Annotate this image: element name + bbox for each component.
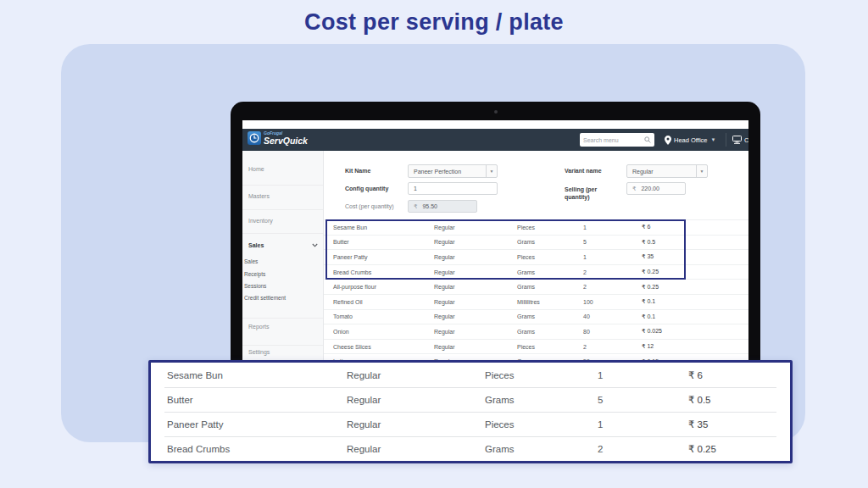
cell-qty: 80 — [583, 329, 642, 335]
monitor-icon — [732, 136, 742, 144]
cell-price: ₹ 0.5 — [688, 394, 790, 406]
cell-unit: Grams — [485, 395, 592, 405]
cell-variant: Regular — [434, 239, 517, 245]
browser-strip — [242, 120, 748, 129]
search-input[interactable]: Search menu — [580, 133, 654, 147]
sidebar-divider — [242, 318, 323, 319]
cell-unit: Pieces — [485, 370, 592, 380]
table-row[interactable]: Cheese SlicesRegularPieces2₹ 12 — [324, 340, 748, 355]
location-selector[interactable]: Head Office ▼ — [665, 133, 715, 147]
chevron-down-icon — [312, 243, 318, 247]
cell-name: Refined Oil — [324, 299, 434, 305]
search-icon — [644, 136, 651, 143]
kit-name-label: Kit Name — [345, 168, 370, 174]
cell-name: Butter — [151, 395, 347, 405]
cell-qty: 1 — [592, 419, 688, 430]
cell-price: ₹ 0.025 — [642, 328, 748, 335]
sidebar-item-home[interactable]: Home — [248, 166, 264, 172]
cell-unit: Grams — [517, 329, 583, 335]
cell-price: ₹ 0.25 — [642, 269, 748, 275]
cell-qty: 2 — [583, 284, 642, 290]
cell-variant: Regular — [434, 299, 517, 305]
cell-unit: Grams — [485, 444, 592, 454]
variant-name-select[interactable]: Regular ▼ — [626, 164, 708, 178]
config-quantity-input[interactable]: 1 — [408, 182, 498, 195]
cell-price: ₹ 6 — [642, 224, 748, 230]
sidebar-item-settings[interactable]: Settings — [248, 349, 270, 355]
dropdown-arrow-icon: ▼ — [486, 165, 497, 177]
laptop-camera-dot — [494, 110, 498, 114]
app-logo[interactable]: GoFrugal ServQuick — [248, 131, 308, 146]
cell-unit: Grams — [517, 284, 583, 290]
location-label: Head Office — [674, 136, 707, 144]
sidebar-subitem-credit-settlement[interactable]: Credit settlement — [244, 295, 286, 301]
table-row[interactable]: TomatoRegularGrams40₹ 0.1 — [324, 310, 748, 325]
selling-per-quantity-input[interactable]: ₹ 220.00 — [626, 182, 686, 195]
caret-down-icon: ▼ — [710, 137, 715, 142]
cell-price: ₹ 6 — [688, 369, 790, 381]
kit-name-select[interactable]: Paneer Perfection ▼ — [408, 164, 498, 178]
cell-variant: Regular — [347, 370, 485, 380]
cell-variant: Regular — [434, 269, 517, 275]
sidebar: Home Masters Inventory Sales Sales Recei… — [242, 151, 324, 364]
cell-variant: Regular — [434, 284, 517, 290]
sidebar-divider — [242, 185, 323, 186]
cell-name: Paneer Patty — [324, 254, 434, 260]
terminal-button[interactable]: C — [732, 133, 748, 147]
cell-variant: Regular — [434, 329, 517, 335]
cell-name: Onion — [324, 329, 434, 335]
config-quantity-label: Config quantity — [345, 186, 388, 191]
cell-variant: Regular — [347, 444, 485, 454]
sidebar-divider — [242, 345, 323, 346]
sidebar-item-masters[interactable]: Masters — [248, 193, 270, 199]
cell-price: ₹ 0.1 — [642, 298, 748, 305]
cell-price: ₹ 0.25 — [642, 284, 748, 291]
cell-variant: Regular — [434, 344, 517, 350]
search-placeholder: Search menu — [583, 137, 644, 143]
selling-per-quantity-value: 220.00 — [641, 186, 659, 191]
clock-logo-icon — [248, 131, 261, 145]
sidebar-divider — [242, 233, 323, 234]
table-row[interactable]: OnionRegularGrams80₹ 0.025 — [324, 324, 748, 340]
sidebar-item-inventory[interactable]: Inventory — [248, 218, 273, 224]
cell-price: ₹ 0.1 — [642, 313, 748, 320]
cell-variant: Regular — [434, 313, 517, 319]
config-quantity-value: 1 — [414, 186, 417, 191]
cell-price: ₹ 35 — [688, 419, 790, 430]
sidebar-item-reports[interactable]: Reports — [248, 324, 270, 330]
cell-qty: 2 — [592, 444, 688, 454]
sidebar-item-sales[interactable]: Sales — [248, 242, 318, 248]
cell-qty: 5 — [583, 239, 642, 245]
table-row[interactable]: Paneer PattyRegularPieces1₹ 35 — [324, 250, 748, 265]
main-content: Kit Name Paneer Perfection ▼ Variant nam… — [324, 151, 748, 364]
cell-name: Sesame Bun — [324, 225, 434, 230]
table-row: ButterRegularGrams5₹ 0.5 — [151, 387, 790, 412]
table-row[interactable]: All-purpose flourRegularGrams2₹ 0.25 — [324, 280, 748, 295]
table-row[interactable]: Refined OilRegularMillilitres100₹ 0.1 — [324, 295, 748, 310]
table-row[interactable]: Sesame BunRegularPieces1₹ 6 — [324, 220, 748, 236]
sidebar-subitem-sessions[interactable]: Sessions — [244, 283, 266, 289]
slide-card: GoFrugal ServQuick Search menu Head Offi… — [61, 44, 805, 442]
cost-per-quantity-input: ₹ 95.50 — [408, 200, 477, 213]
cell-qty: 1 — [583, 254, 642, 260]
cell-unit: Pieces — [517, 254, 583, 260]
table-row[interactable]: ButterRegularGrams5₹ 0.5 — [324, 236, 748, 251]
app-topbar: GoFrugal ServQuick Search menu Head Offi… — [242, 129, 748, 151]
cell-variant: Regular — [434, 254, 517, 260]
cell-name: Paneer Patty — [151, 419, 347, 430]
rupee-icon: ₹ — [632, 186, 636, 192]
cell-price: ₹ 0.25 — [688, 443, 790, 455]
cost-per-quantity-label: Cost (per quantity) — [345, 203, 394, 209]
variant-name-label: Variant name — [565, 168, 602, 174]
table-row[interactable]: Bread CrumbsRegularGrams2₹ 0.25 — [324, 265, 748, 280]
cell-price: ₹ 0.5 — [642, 239, 748, 246]
sidebar-subitem-receipts[interactable]: Receipts — [244, 271, 265, 277]
cell-name: Cheese Slices — [324, 344, 434, 350]
cell-qty: 100 — [583, 299, 642, 305]
sidebar-subitem-sales[interactable]: Sales — [244, 258, 258, 264]
brand-product: ServQuick — [264, 136, 308, 146]
laptop-mockup: GoFrugal ServQuick Search menu Head Offi… — [231, 102, 760, 364]
zoom-callout-table: Sesame BunRegularPieces1₹ 6ButterRegular… — [148, 360, 793, 463]
cell-unit: Pieces — [517, 344, 583, 350]
cell-qty: 1 — [583, 225, 642, 230]
